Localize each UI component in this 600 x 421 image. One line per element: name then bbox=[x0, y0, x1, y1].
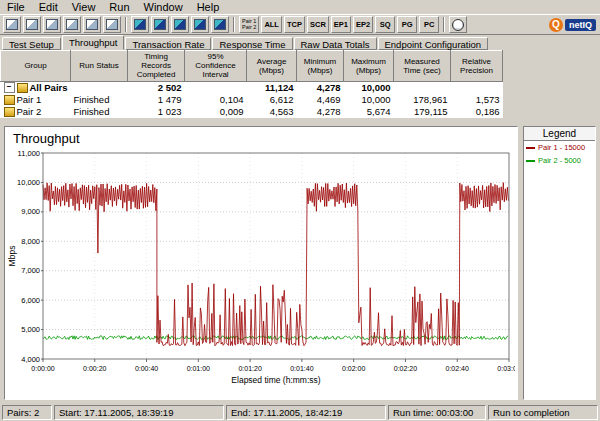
netiq-logo: QnetIQ bbox=[549, 18, 597, 32]
pair-icon bbox=[4, 95, 15, 105]
copy-icon bbox=[106, 19, 118, 30]
x-axis-label: Elapsed time (h:mm:ss) bbox=[231, 375, 320, 385]
x-tick-label: 0:01:20 bbox=[238, 365, 261, 372]
cell-time: 178,961 bbox=[394, 94, 451, 106]
x-tick-label: 0:01:00 bbox=[187, 365, 210, 372]
column-header-8[interactable]: Relative Precision bbox=[451, 51, 503, 82]
cell-group: Pair 1 bbox=[1, 94, 71, 106]
y-tick-label: 6,000 bbox=[21, 296, 40, 305]
run-test-button[interactable] bbox=[131, 16, 149, 33]
report-button[interactable] bbox=[211, 16, 229, 33]
pair-selector-label: Pair 2 bbox=[242, 25, 256, 31]
legend-item: Pair 2 - 5000 bbox=[524, 154, 595, 167]
new-icon bbox=[6, 19, 18, 30]
y-tick-label: 10,000 bbox=[17, 178, 40, 187]
tab-bar: Test SetupThroughputTransaction RateResp… bbox=[0, 35, 600, 50]
filter-pc-button[interactable]: PC bbox=[419, 16, 439, 33]
table-row[interactable]: Pair 2Finished1 0230,0094,5634,2785,6741… bbox=[1, 106, 503, 118]
filter-tcp-button[interactable]: TCP bbox=[284, 16, 305, 33]
netiq-logo-text: netIQ bbox=[565, 19, 596, 31]
legend-label: Pair 2 - 5000 bbox=[538, 156, 581, 165]
filter-sq-button[interactable]: SQ bbox=[375, 16, 395, 33]
cut-button[interactable] bbox=[83, 16, 101, 33]
cell-records: 2 502 bbox=[128, 81, 185, 94]
legend-line-sample bbox=[526, 160, 535, 162]
tab-response-time[interactable]: Response Time bbox=[212, 37, 292, 50]
legend-items: Pair 1 - 15000Pair 2 - 5000 bbox=[524, 141, 595, 167]
save-button[interactable] bbox=[43, 16, 61, 33]
column-header-6[interactable]: Maximum (Mbps) bbox=[344, 51, 394, 82]
tab-transaction-rate[interactable]: Transaction Rate bbox=[125, 37, 211, 50]
column-header-5[interactable]: Minimum (Mbps) bbox=[297, 51, 344, 82]
status-cell-3: Run time: 00:03:00 bbox=[388, 405, 486, 420]
status-cell-2: End: 17.11.2005, 18:42:19 bbox=[226, 405, 386, 420]
legend-line-sample bbox=[526, 147, 535, 149]
cell-avg: 4,563 bbox=[247, 106, 297, 118]
menu-bar: FileEditViewRunWindowHelp bbox=[0, 0, 600, 14]
x-tick-label: 0:00:20 bbox=[83, 365, 106, 372]
print-icon bbox=[66, 19, 78, 30]
column-header-2[interactable]: Timing Records Completed bbox=[128, 51, 185, 82]
tab-test-setup[interactable]: Test Setup bbox=[2, 37, 61, 50]
y-axis-label: Mbps bbox=[7, 246, 17, 267]
column-header-7[interactable]: Measured Time (sec) bbox=[394, 51, 451, 82]
tab-raw-data-totals[interactable]: Raw Data Totals bbox=[294, 37, 377, 50]
cell-max: 10,000 bbox=[344, 94, 394, 106]
open-button[interactable] bbox=[23, 16, 41, 33]
toolbar: Pair 1Pair 2ALLTCPSCREP1EP2SQPGPCQnetIQ bbox=[0, 14, 600, 35]
menu-view[interactable]: View bbox=[65, 1, 103, 13]
menu-help[interactable]: Help bbox=[190, 1, 227, 13]
pair-filter-button[interactable]: Pair 1Pair 2 bbox=[239, 16, 259, 33]
cell-max: 10,000 bbox=[344, 81, 394, 94]
menu-window[interactable]: Window bbox=[137, 1, 190, 13]
clock-button[interactable] bbox=[449, 16, 467, 33]
print-button[interactable] bbox=[63, 16, 81, 33]
cell-min: 4,278 bbox=[297, 81, 344, 94]
cell-time: 179,115 bbox=[394, 106, 451, 118]
y-tick-label: 4,000 bbox=[21, 355, 40, 364]
legend-label: Pair 1 - 15000 bbox=[538, 143, 585, 152]
filter-pg-button[interactable]: PG bbox=[397, 16, 417, 33]
new-button[interactable] bbox=[3, 16, 21, 33]
status-cell-4: Run to completion bbox=[488, 405, 598, 420]
copy-button[interactable] bbox=[103, 16, 121, 33]
legend-item: Pair 1 - 15000 bbox=[524, 141, 595, 154]
series-pair-1 bbox=[43, 183, 509, 346]
filter-ep1-button[interactable]: EP1 bbox=[331, 16, 351, 33]
table-row[interactable]: Pair 1Finished1 4790,1046,6124,46910,000… bbox=[1, 94, 503, 106]
cell-precision bbox=[451, 81, 503, 94]
filter-ep2-button[interactable]: EP2 bbox=[353, 16, 373, 33]
cell-precision: 0,186 bbox=[451, 106, 503, 118]
pair-icon bbox=[4, 107, 15, 117]
cell-ci: 0,009 bbox=[185, 106, 247, 118]
report-icon bbox=[214, 19, 226, 30]
y-tick-label: 9,000 bbox=[21, 207, 40, 216]
tab-throughput[interactable]: Throughput bbox=[62, 35, 125, 50]
add-pair-button[interactable] bbox=[171, 16, 189, 33]
x-tick-label: 0:00:00 bbox=[31, 365, 54, 372]
expand-collapse-icon[interactable]: − bbox=[4, 82, 15, 93]
status-cell-0: Pairs: 2 bbox=[2, 405, 52, 420]
x-tick-label: 0:02:00 bbox=[342, 365, 365, 372]
filter-scr-button[interactable]: SCR bbox=[307, 16, 329, 33]
menu-edit[interactable]: Edit bbox=[32, 1, 65, 13]
status-bar: Pairs: 2Start: 17.11.2005, 18:39:19End: … bbox=[0, 404, 600, 421]
menu-run[interactable]: Run bbox=[102, 1, 136, 13]
cell-records: 1 479 bbox=[128, 94, 185, 106]
cell-min: 4,469 bbox=[297, 94, 344, 106]
run-test-icon bbox=[134, 19, 146, 30]
cell-group: −All Pairs bbox=[1, 82, 71, 94]
chart-button[interactable] bbox=[191, 16, 209, 33]
menu-file[interactable]: File bbox=[0, 1, 32, 13]
toolbar-separator bbox=[443, 17, 445, 32]
tab-endpoint-configuration[interactable]: Endpoint Configuration bbox=[378, 37, 489, 50]
column-header-3[interactable]: 95% Confidence Interval bbox=[185, 51, 247, 82]
table-row[interactable]: −All Pairs2 50211,1244,27810,000 bbox=[1, 81, 503, 94]
column-header-1[interactable]: Run Status bbox=[71, 51, 128, 82]
column-header-0[interactable]: Group bbox=[1, 51, 71, 82]
filter-all-button[interactable]: ALL bbox=[261, 16, 282, 33]
chart-title: Throughput bbox=[13, 131, 80, 146]
column-header-4[interactable]: Average (Mbps) bbox=[247, 51, 297, 82]
stop-test-button[interactable] bbox=[151, 16, 169, 33]
toolbar-separator bbox=[233, 17, 235, 32]
